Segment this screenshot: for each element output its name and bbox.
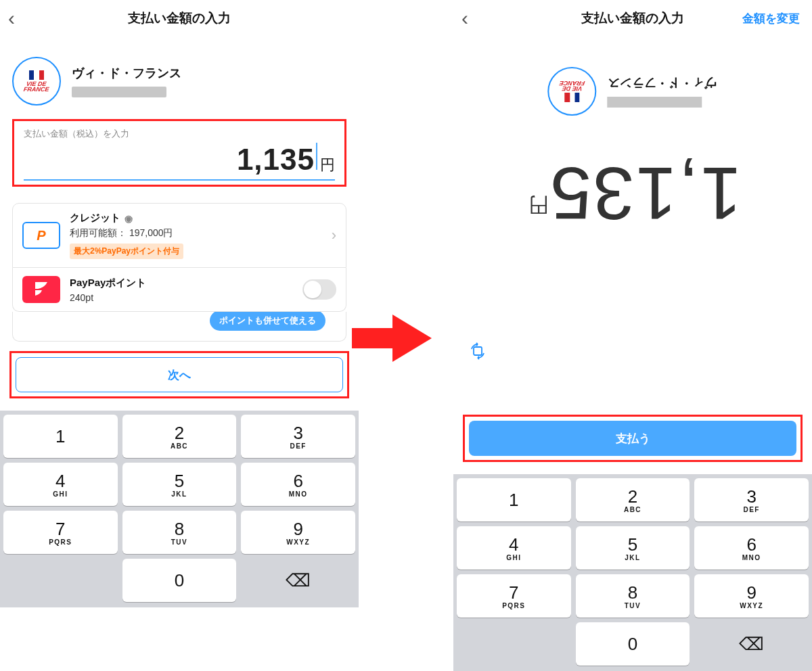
chevron-right-icon: › — [332, 227, 336, 244]
key-0[interactable]: 0 — [576, 622, 690, 666]
header-title: 支払い金額の入力 — [0, 9, 359, 27]
header: ‹ 支払い金額の入力 金額を変更 — [453, 0, 812, 37]
pm-credit-limit-value: 197,000円 — [129, 227, 173, 238]
logo-text-top: VIE DE — [562, 86, 583, 91]
next-button[interactable]: 次へ — [16, 357, 343, 392]
key-6[interactable]: 6MNO — [694, 526, 809, 570]
amount-unit: 円 — [320, 155, 335, 175]
amount-value: 1,135 — [237, 143, 315, 177]
pm-credit-title: クレジット — [70, 212, 120, 225]
merchant-row: VIE DE FRANCE ヴィ・ド・フランス — [0, 37, 359, 119]
confirm-amount-value: 1,135 — [549, 156, 742, 231]
key-9[interactable]: 9WXYZ — [694, 574, 809, 618]
key-7[interactable]: 7PQRS — [3, 511, 118, 554]
key-5[interactable]: 5JKL — [576, 526, 690, 570]
pm-credit-badge: 最大2%PayPayポイント付与 — [70, 244, 183, 259]
screen-confirm-payment: ‹ 支払い金額の入力 金額を変更 1,135 円 ヴィ・ド・フランス VIE D — [453, 0, 812, 671]
pay-button[interactable]: 支払う — [469, 421, 796, 456]
key-4[interactable]: 4GHI — [3, 463, 118, 506]
svg-rect-0 — [474, 347, 482, 355]
screen-enter-amount: ‹ 支払い金額の入力 VIE DE FRANCE ヴィ・ド・フランス 支払い金額… — [0, 0, 359, 671]
key-8[interactable]: 8TUV — [122, 511, 237, 554]
payment-method-list: P クレジット ◉ 利用可能額： 197,000円 最大2%PayPayポイント… — [12, 203, 346, 342]
confirm-merchant-name: ヴィ・ド・フランス — [608, 75, 717, 91]
merchant-logo: VIE DE FRANCE — [548, 67, 597, 116]
key-0[interactable]: 0 — [122, 559, 237, 602]
header: ‹ 支払い金額の入力 — [0, 0, 359, 37]
transition-arrow-icon — [352, 311, 433, 365]
points-tooltip: ポイントも併せて使える — [210, 312, 325, 331]
rotate-icon[interactable] — [468, 342, 487, 363]
key-2[interactable]: 2ABC — [576, 478, 690, 522]
amount-label: 支払い金額（税込）を入力 — [24, 128, 335, 140]
key-1[interactable]: 1 — [3, 415, 118, 458]
next-button-highlight: 次へ — [9, 351, 349, 398]
key-1[interactable]: 1 — [457, 478, 571, 522]
key-backspace[interactable]: ⌫ — [694, 622, 809, 666]
numeric-keypad: 12ABC3DEF4GHI5JKL6MNO7PQRS8TUV9WXYZ0⌫ — [0, 411, 359, 607]
payment-method-credit[interactable]: P クレジット ◉ 利用可能額： 197,000円 最大2%PayPayポイント… — [12, 203, 346, 268]
change-amount-button[interactable]: 金額を変更 — [742, 11, 800, 26]
logo-text-bottom: FRANCE — [24, 87, 50, 92]
key-blank — [457, 622, 571, 666]
redacted-bar — [72, 87, 166, 97]
pay-button-highlight: 支払う — [463, 415, 803, 462]
key-9[interactable]: 9WXYZ — [241, 511, 355, 554]
pm-points-title: PayPayポイント — [70, 277, 146, 290]
numeric-keypad: 12ABC3DEF4GHI5JKL6MNO7PQRS8TUV9WXYZ0⌫ — [453, 474, 812, 671]
points-toggle[interactable] — [302, 279, 336, 300]
key-3[interactable]: 3DEF — [241, 415, 355, 458]
eye-icon[interactable]: ◉ — [125, 213, 133, 224]
credit-card-icon: P — [22, 222, 60, 249]
amount-input-box[interactable]: 支払い金額（税込）を入力 1,135 円 — [12, 119, 346, 187]
redacted-bar — [608, 97, 702, 108]
confirm-amount-unit: 円 — [528, 191, 549, 218]
key-2[interactable]: 2ABC — [122, 415, 237, 458]
france-flag-icon — [565, 93, 580, 102]
payment-method-extra[interactable]: ポイントも併せて使える — [12, 312, 346, 342]
key-8[interactable]: 8TUV — [576, 574, 690, 618]
france-flag-icon — [29, 70, 44, 80]
merchant-name: ヴィ・ド・フランス — [72, 65, 181, 81]
paypay-icon — [22, 276, 60, 303]
key-6[interactable]: 6MNO — [241, 463, 355, 506]
pm-credit-limit-label: 利用可能額： — [70, 227, 127, 238]
payment-method-points[interactable]: PayPayポイント 240pt — [12, 268, 346, 312]
flipped-display: 1,135 円 ヴィ・ド・フランス VIE DE FRANCE — [453, 37, 812, 235]
logo-text-bottom: FRANCE — [560, 80, 586, 86]
key-backspace[interactable]: ⌫ — [241, 559, 355, 602]
text-cursor — [316, 143, 317, 170]
pm-points-value: 240pt — [70, 292, 302, 303]
merchant-logo: VIE DE FRANCE — [12, 57, 61, 106]
key-3[interactable]: 3DEF — [694, 478, 809, 522]
key-blank — [3, 559, 118, 602]
key-7[interactable]: 7PQRS — [457, 574, 571, 618]
key-5[interactable]: 5JKL — [122, 463, 237, 506]
key-4[interactable]: 4GHI — [457, 526, 571, 570]
